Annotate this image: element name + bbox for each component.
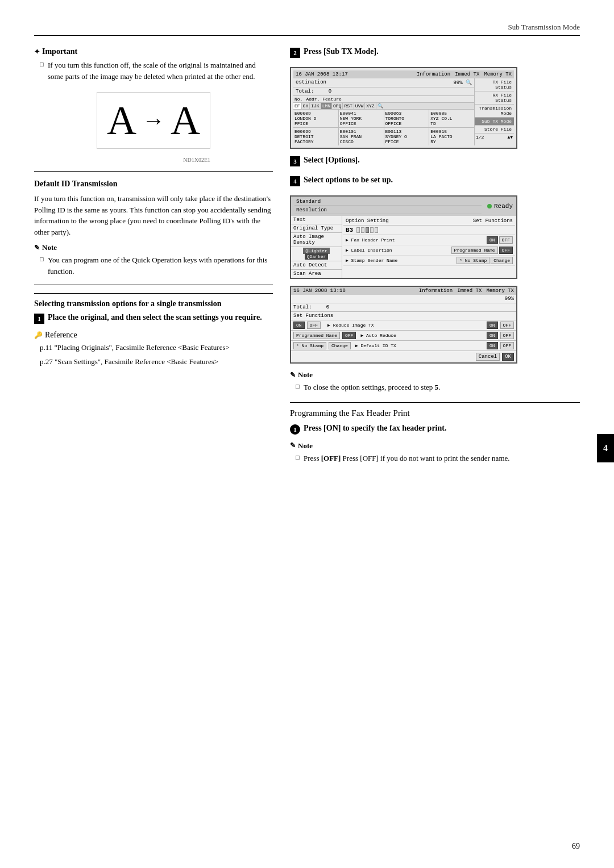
store-file-btn[interactable]: Store File bbox=[475, 126, 514, 133]
fax-header-on-btn[interactable]: ON bbox=[487, 236, 498, 244]
darker-btn[interactable]: QDarker bbox=[305, 253, 329, 260]
fax-top-bar-1: 16 JAN 2008 13:17 Information Immed TX M… bbox=[293, 70, 514, 78]
sub-tx-mode-btn[interactable]: Sub TX Mode bbox=[475, 118, 514, 126]
step-3-number: 3 bbox=[290, 156, 300, 166]
prog-name-btn[interactable]: Programmed Name bbox=[293, 332, 340, 339]
rx-file-status-btn[interactable]: RX File Status bbox=[475, 91, 514, 105]
options-right-panel: Option Setting Set Functions B3 bbox=[342, 216, 516, 278]
note-text-1: You can program one of the Quick Operati… bbox=[34, 254, 273, 277]
change-btn[interactable]: Change bbox=[329, 342, 351, 349]
note-text-3: Press [OFF] Press [OFF] if you do not wa… bbox=[290, 453, 580, 464]
step-1-number: 1 bbox=[34, 314, 44, 324]
divider-1 bbox=[34, 171, 273, 172]
header-title: Sub Transmission Mode bbox=[508, 23, 580, 32]
diagram-inner: A → A bbox=[107, 97, 200, 144]
note-title-3: Note bbox=[290, 441, 580, 450]
step-1: 1 Place the original, and then select th… bbox=[34, 313, 273, 324]
stamp-no-stamp-btn[interactable]: * No Stamp bbox=[457, 257, 489, 264]
step-2: 2 Press [Sub TX Mode]. bbox=[290, 47, 580, 58]
important-title: Important bbox=[34, 47, 273, 56]
no-stamp-btn[interactable]: * No Stamp bbox=[293, 342, 326, 349]
note-title-2: Note bbox=[290, 370, 580, 379]
fax-step-1-label: 1 Press [ON] to specify the fax header p… bbox=[290, 424, 580, 435]
opt-scan-area[interactable]: Scan Area bbox=[291, 270, 342, 278]
chapter-tab: 4 bbox=[597, 434, 614, 462]
fax-header-title: Programming the Fax Header Print bbox=[290, 408, 580, 418]
arrow-symbol: → bbox=[142, 108, 165, 133]
options-left-panel: Text Original Type Auto Image Density QL… bbox=[291, 216, 342, 278]
auto-reduce-on-btn[interactable]: ON bbox=[487, 332, 498, 339]
fax-buttons-1: TX File Status RX File Status Transmissi… bbox=[474, 78, 514, 145]
ready-dot bbox=[487, 204, 492, 208]
fax-step-1: 1 Press [ON] to specify the fax header p… bbox=[290, 424, 580, 435]
options-screen-2: 16 JAN 2008 13:18 Information Immed TX M… bbox=[290, 286, 517, 364]
fax-main-1: estination 99% 🔍 Total: 0 No. Addr. Feat… bbox=[293, 78, 474, 145]
label-insertion-row: ▶ Label Insertion Programmed Name OFF bbox=[343, 245, 515, 256]
note-section-1: Note You can program one of the Quick Op… bbox=[34, 243, 273, 277]
opt-auto-density[interactable]: Auto Image Density bbox=[291, 233, 342, 247]
default-id-on-btn[interactable]: ON bbox=[487, 342, 498, 349]
fax-header-off-btn[interactable]: OFF bbox=[499, 236, 513, 244]
important-section: Important If you turn this function off,… bbox=[34, 47, 273, 82]
stamp-change-btn[interactable]: Change bbox=[491, 257, 513, 264]
reduce-img-on-btn[interactable]: ON bbox=[487, 322, 498, 329]
default-id-text: If you turn this function on, transmissi… bbox=[34, 193, 273, 237]
divider-2 bbox=[34, 285, 273, 285]
fax-step-1-number: 1 bbox=[290, 424, 300, 435]
ready-indicator: Ready bbox=[487, 203, 513, 210]
selecting-title: Selecting transmission options for a sin… bbox=[34, 293, 273, 308]
note-section-2: Note To close the option settings, proce… bbox=[290, 370, 580, 393]
reference-text: p.11 "Placing Originals", Facsimile Refe… bbox=[34, 342, 273, 368]
reduce-on-btn[interactable]: ON bbox=[293, 322, 305, 329]
ok-btn[interactable]: OK bbox=[502, 353, 514, 361]
step-3: 3 Select [Options]. bbox=[290, 156, 580, 166]
step-3-label: 3 Select [Options]. bbox=[290, 156, 580, 166]
prog-name-off-btn[interactable]: OFF bbox=[342, 332, 356, 339]
opt-text[interactable]: Text bbox=[291, 216, 342, 224]
fax-header-print-row: ▶ Fax Header Print ON OFF bbox=[343, 235, 515, 245]
opt-orig-type[interactable]: Original Type bbox=[291, 224, 342, 233]
diagram-box: A → A bbox=[97, 92, 210, 149]
fax-screen-1: 16 JAN 2008 13:17 Information Immed TX M… bbox=[290, 67, 517, 149]
reduce-img-off-btn[interactable]: OFF bbox=[500, 322, 514, 329]
note-title-1: Note bbox=[34, 243, 273, 252]
default-id-title: Default ID Transmission bbox=[34, 180, 273, 189]
label-off-btn[interactable]: OFF bbox=[499, 247, 513, 254]
opt-auto-detect[interactable]: Auto Detect bbox=[291, 261, 342, 270]
important-text: If you turn this function off, the scale… bbox=[34, 60, 273, 82]
right-column: 2 Press [Sub TX Mode]. 16 JAN 2008 13:17… bbox=[290, 47, 580, 471]
note-section-3: Note Press [OFF] Press [OFF] if you do n… bbox=[290, 441, 580, 464]
step-4: 4 Select options to be set up. bbox=[290, 176, 580, 186]
step-2-label: 2 Press [Sub TX Mode]. bbox=[290, 47, 580, 58]
page-number: 69 bbox=[572, 842, 580, 851]
page-header: Sub Transmission Mode bbox=[34, 23, 580, 36]
reference-section: Reference p.11 "Placing Originals", Facs… bbox=[34, 331, 273, 368]
step-1-label: 1 Place the original, and then select th… bbox=[34, 313, 273, 324]
diagram-label: ND1X02E1 bbox=[97, 157, 210, 163]
fax-top-bar-2: 16 JAN 2008 13:18 Information Immed TX M… bbox=[291, 287, 516, 295]
tx-file-status-btn[interactable]: TX File Status bbox=[475, 78, 514, 91]
programming-fax-header: Programming the Fax Header Print 1 Press… bbox=[290, 402, 580, 464]
default-id-off-btn[interactable]: OFF bbox=[500, 342, 514, 349]
options-screen-1: Standard Resolution Ready Text Original … bbox=[290, 195, 517, 279]
left-column: Important If you turn this function off,… bbox=[34, 47, 273, 471]
reference-title: Reference bbox=[34, 331, 273, 340]
stamp-sender-row: ▶ Stamp Sender Name * No Stamp Change bbox=[343, 256, 515, 266]
label-prog-name-btn[interactable]: Programmed Name bbox=[451, 247, 498, 254]
transmission-mode-btn[interactable]: Transmission Mode bbox=[475, 105, 514, 118]
cancel-btn[interactable]: Cancel bbox=[476, 353, 500, 361]
step-4-number: 4 bbox=[290, 176, 300, 186]
step-2-number: 2 bbox=[290, 48, 300, 58]
step-4-label: 4 Select options to be set up. bbox=[290, 176, 580, 186]
reduce-off-btn[interactable]: OFF bbox=[307, 322, 321, 329]
options-header-1: Standard Resolution Ready bbox=[291, 197, 516, 216]
note-text-2: To close the option settings, proceed to… bbox=[290, 382, 580, 393]
auto-reduce-off-btn[interactable]: OFF bbox=[500, 332, 514, 339]
